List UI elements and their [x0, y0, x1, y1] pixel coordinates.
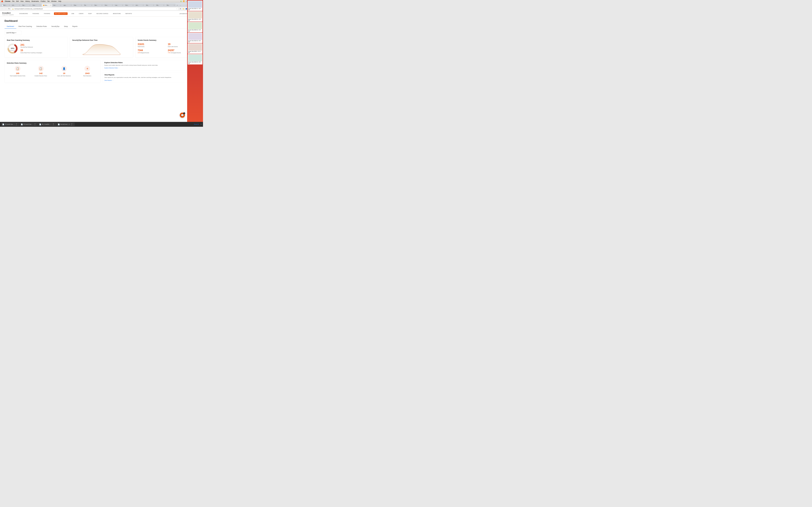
tab-close-9[interactable]: ✕	[101, 5, 102, 6]
reload-button[interactable]: ↻	[8, 7, 10, 10]
tab-favicon-4: 🟠	[43, 5, 44, 6]
nav-modstore[interactable]: MODSTORE	[112, 12, 122, 15]
tab-close-14[interactable]: ✕	[153, 5, 154, 6]
bookmark-button[interactable]: ⭐	[182, 7, 185, 10]
taskbar-close-3[interactable]: ▲ ✕	[71, 123, 73, 126]
total-events-label: Total Events	[138, 46, 166, 48]
browser-tab-7[interactable]: Das... ✕	[73, 4, 83, 7]
browser-tab-3[interactable]: Das... ✕	[32, 4, 42, 7]
screenshot-5[interactable]: Screen Shot 2022-03...9.03 AM	[188, 54, 203, 64]
taskbar-item-1[interactable]: 📄 CS Launch Que....docx ▲ ✕	[20, 122, 38, 126]
tab-close-6[interactable]: ✕	[71, 5, 71, 6]
browser-tab-8[interactable]: Ter... ✕	[83, 4, 93, 7]
tab-close-1[interactable]: ✕	[19, 5, 20, 6]
tab-close-13[interactable]: ✕	[143, 5, 144, 6]
new-tab-button[interactable]: +	[176, 4, 179, 7]
tab-close-16[interactable]: ✕	[174, 5, 175, 6]
close-all-button[interactable]: ✕	[200, 123, 202, 126]
tab-close-8[interactable]: ✕	[91, 5, 92, 6]
screenshot-4[interactable]: Screen Shot 2022-0...57.12 AM	[188, 44, 203, 54]
detection-number-0: 165	[16, 72, 19, 75]
tab-close-12[interactable]: ✕	[133, 5, 134, 6]
tab-close-4[interactable]: ✕	[50, 5, 51, 6]
tab-close-0[interactable]: ✕	[9, 5, 10, 6]
show-all-button[interactable]: Show All	[193, 123, 200, 126]
screenshot-2[interactable]: Screen Shot 2022-02...5.34 PM	[188, 22, 203, 33]
menu-file[interactable]: File	[12, 0, 14, 2]
browser-tab-16[interactable]: Glo... ✕	[166, 4, 176, 7]
taskbar-item-0[interactable]: 📄 CS Launch Que....docx ▲ ✕	[1, 122, 19, 126]
browser-tab-4[interactable]: 🟠 Kno... ✕	[42, 4, 52, 7]
menu-chrome[interactable]: Chrome	[5, 0, 10, 2]
screenshots-panel: Screen Shot 2022-11...3.00 AM Screen Sho…	[187, 11, 203, 127]
menu-bookmarks[interactable]: Bookmarks	[32, 0, 39, 2]
date-range-value: Last 90 Days	[6, 32, 15, 34]
tab-dashboard[interactable]: Dashboard	[5, 24, 16, 29]
browser-tab-14[interactable]: Zsc... ✕	[145, 4, 155, 7]
tab-close-15[interactable]: ✕	[163, 5, 164, 6]
taskbar-item-3[interactable]: 📄 SecurityCoach....docx ▲ ✕	[57, 122, 75, 126]
tab-close-11[interactable]: ✕	[122, 5, 123, 6]
menu-profiles[interactable]: Profiles	[41, 0, 46, 2]
explore-detection-link[interactable]: Explore Detection Rules →	[104, 67, 197, 69]
browser-tab-12[interactable]: Kno... ✕	[124, 4, 135, 7]
nav-phishing[interactable]: PHISHING	[32, 12, 40, 15]
tab-close-7[interactable]: ✕	[81, 5, 82, 6]
date-range-dropdown[interactable]: Last 90 Days ▾	[5, 31, 21, 35]
tab-realtime-coaching[interactable]: Real-Time Coaching	[16, 24, 34, 29]
view-reports-link[interactable]: View Reports →	[104, 80, 197, 81]
menu-edit[interactable]: Edit	[16, 0, 18, 2]
menu-history[interactable]: History	[25, 0, 30, 2]
apple-logo[interactable]: 🍎	[1, 0, 3, 2]
tab-title-4: Kno...	[45, 5, 50, 6]
page-content: Dashboard Dashboard Real-Time Coaching D…	[0, 16, 203, 127]
nav-training[interactable]: TRAINING	[43, 12, 51, 15]
taskbar-close-1[interactable]: ▲ ✕	[35, 123, 37, 126]
browser-tab-2[interactable]: Sec... ✕	[21, 4, 32, 7]
chat-icon: 💬	[181, 114, 184, 117]
browser-tab-10[interactable]: Kno... ✕	[104, 4, 114, 7]
browser-tab-9[interactable]: Sec... ✕	[93, 4, 104, 7]
star-icon[interactable]: ☆	[176, 8, 177, 10]
menu-help[interactable]: Help	[58, 0, 61, 2]
nav-reports[interactable]: REPORTS	[124, 12, 133, 15]
browser-tab-11[interactable]: Lau... ✕	[114, 4, 124, 7]
tab-close-10[interactable]: ✕	[112, 5, 113, 6]
nav-asap[interactable]: ASAP	[87, 12, 93, 15]
tab-reports[interactable]: Reports	[70, 24, 80, 29]
browser-tab-6[interactable]: app... ✕	[62, 4, 73, 7]
forward-button[interactable]: →	[4, 7, 7, 10]
nav-usb[interactable]: USB	[70, 12, 75, 15]
taskbar-text-2: AD_ CrowdStri....docx	[42, 124, 52, 125]
menu-tab[interactable]: Tab	[47, 0, 49, 2]
menu-window[interactable]: Window	[51, 0, 56, 2]
back-button[interactable]: ←	[1, 7, 4, 10]
menu-view[interactable]: View	[20, 0, 23, 2]
tab-detection-rules[interactable]: Detection Rules	[34, 24, 49, 29]
browser-tab-0[interactable]: 📄 My t... ✕	[1, 4, 11, 7]
taskbar-close-0[interactable]: ▲ ✕	[16, 123, 18, 126]
screenshot-1[interactable]: Screen Shot 2022-02...4.29 PM	[188, 11, 203, 22]
share-button[interactable]: ⬆	[179, 7, 182, 10]
more-tabs-button[interactable]: ⌄	[179, 4, 182, 7]
nav-users[interactable]: USERS	[78, 12, 85, 15]
tab-setup[interactable]: Setup	[62, 24, 70, 29]
screenshot-3[interactable]: Screen Shot 2022-03...6.05 AM	[188, 33, 203, 43]
securitytips-number: 241	[20, 44, 42, 46]
nav-second-chance[interactable]: SECOND CHANCE	[95, 12, 109, 15]
browser-tab-1[interactable]: roh... ✕	[11, 4, 21, 7]
url-bar[interactable]: 🔒 training.knowbe4.com/ui/security_coach…	[11, 7, 179, 10]
nav-dashboard[interactable]: DASHBOARD	[18, 12, 29, 15]
tab-close-2[interactable]: ✕	[30, 5, 30, 6]
taskbar-item-2[interactable]: 📄 AD_ CrowdStri....docx ▲ ✕	[38, 122, 56, 126]
browser-tab-13[interactable]: env... ✕	[135, 4, 145, 7]
tab-securitytips[interactable]: SecurityTips	[49, 24, 62, 29]
tab-close-3[interactable]: ✕	[40, 5, 41, 6]
nav-securitycoach[interactable]: SECURITYCOACH	[54, 12, 67, 15]
browser-tab-5[interactable]: Sec... ✕	[52, 4, 62, 7]
tab-close-5[interactable]: ✕	[60, 5, 61, 6]
browser-tab-15[interactable]: Glo... ✕	[155, 4, 165, 7]
floating-chat-button[interactable]: 💬 3	[180, 113, 185, 118]
taskbar-close-2[interactable]: ▲ ✕	[53, 123, 55, 126]
detection-label-0: Total Available Detection Rules	[10, 75, 26, 77]
